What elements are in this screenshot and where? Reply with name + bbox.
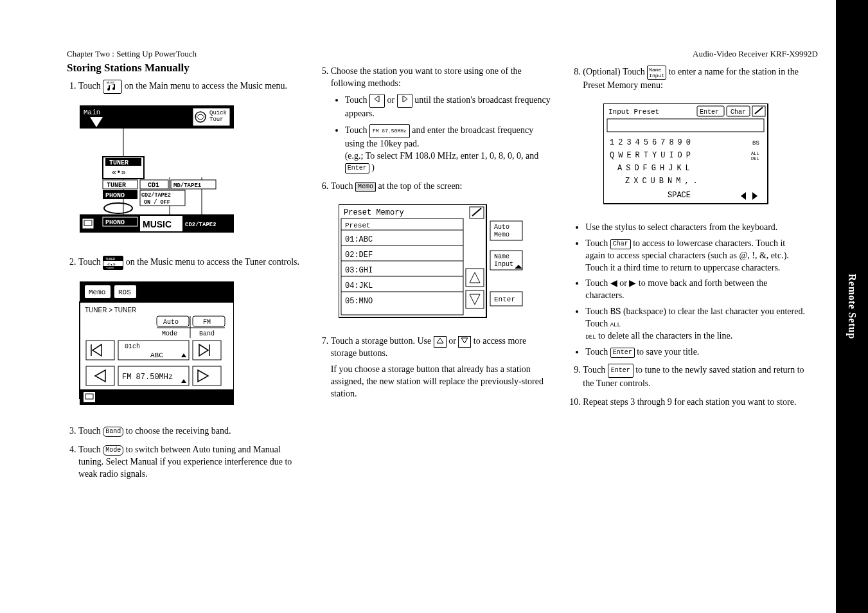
right-arrow-icon [397, 94, 412, 108]
right-caret-icon: ▶ [629, 278, 636, 288]
svg-text:Enter: Enter [494, 296, 515, 303]
svg-text:TUNER: TUNER [107, 182, 126, 189]
figure-input-preset: Input Preset Enter Char 1234567890 BS QW… [603, 103, 770, 206]
figure-main-menu: Main Quick Tour TUNER «•» [67, 105, 234, 240]
svg-point-27 [104, 203, 132, 213]
step-10: Repeat steps 3 through 9 for each statio… [583, 396, 806, 409]
svg-text:Auto: Auto [163, 319, 179, 326]
svg-rect-94 [466, 269, 484, 287]
up-triangle-icon [434, 336, 447, 348]
section-title: Storing Stations Manually [67, 62, 301, 75]
bs-key: BS [610, 306, 621, 317]
header-right: Audio-Video Receiver KRF-X9992D [693, 49, 818, 59]
figure-preset-memory: Preset Memory Preset 01:ABC 02:DEF 03:GH… [339, 204, 531, 320]
svg-marker-76 [375, 96, 379, 102]
svg-text:PHONO: PHONO [105, 192, 125, 199]
svg-text:Auto: Auto [494, 224, 509, 231]
char-button-icon: Char [610, 239, 631, 249]
column-1: Storing Stations Manually Touch MUSIC on… [67, 62, 301, 487]
step-8-bullet-5: Touch Enter to save your title. [585, 346, 806, 359]
svg-text:BS: BS [752, 140, 759, 147]
music-icon: MUSIC [103, 80, 122, 94]
svg-text:CD2/TAPE2: CD2/TAPE2 [185, 222, 217, 228]
mode-button-icon: Mode [103, 445, 123, 456]
header-left: Chapter Two : Setting Up PowerTouch [67, 49, 197, 59]
svg-text:04:JKL: 04:JKL [345, 281, 373, 290]
enter-button-icon: Enter [610, 348, 635, 358]
svg-text:PHONO: PHONO [105, 219, 125, 226]
svg-text:Mode: Mode [162, 330, 177, 337]
svg-text:Preset: Preset [345, 222, 371, 229]
svg-text:MD/TAPE1: MD/TAPE1 [173, 182, 202, 189]
figure-tuner-controls: Memo RDS TUNER > TUNER Auto FM Mode Band [67, 281, 234, 410]
band-button-icon: Band [103, 427, 123, 437]
step-9: Touch Enter to tune to the newly saved s… [583, 364, 806, 390]
side-tab: Remote Setup [836, 0, 868, 613]
svg-rect-71 [193, 366, 221, 386]
svg-text:05:MNO: 05:MNO [345, 297, 373, 306]
step-1: Touch MUSIC on the Main menu to access t… [78, 80, 301, 94]
svg-text:01:ABC: 01:ABC [345, 235, 373, 244]
step-7-note: If you choose a storage button that alre… [331, 364, 544, 398]
step-8-bullet-3: Touch ◀ or ▶ to move back and forth betw… [585, 278, 806, 302]
svg-text:SPACE: SPACE [668, 191, 691, 200]
svg-marker-77 [403, 96, 407, 102]
enter-key-icon: Enter [345, 163, 369, 173]
svg-text:TUNER: TUNER [105, 258, 115, 262]
step-8: (Optional) Touch Name Input to enter a n… [583, 66, 806, 92]
svg-rect-73 [80, 389, 234, 405]
svg-text:ABC: ABC [150, 351, 163, 359]
svg-text:FM 87.50MHz: FM 87.50MHz [122, 373, 173, 382]
svg-text:Input Preset: Input Preset [608, 108, 659, 116]
svg-text:ZXCUBNM,.: ZXCUBNM,. [625, 177, 702, 186]
memo-button-icon: Memo [355, 182, 376, 192]
svg-text:RDS: RDS [118, 289, 131, 296]
svg-text:ON / OFF: ON / OFF [144, 199, 170, 206]
step-6: Touch Memo at the top of the screen: [331, 181, 554, 193]
step-8-bullet-4: Touch BS (backspace) to clear the last c… [585, 306, 806, 342]
svg-text:TUNER: TUNER [106, 267, 114, 269]
svg-text:Quick: Quick [209, 110, 227, 116]
svg-text:Enter: Enter [700, 109, 719, 116]
svg-text:Name: Name [494, 253, 509, 260]
svg-text:TUNER > TUNER: TUNER > TUNER [85, 306, 136, 314]
left-caret-icon: ◀ [610, 278, 617, 288]
svg-text:CD2/TAPE2: CD2/TAPE2 [141, 192, 171, 199]
svg-text:«•»: «•» [112, 168, 126, 177]
svg-marker-108 [461, 338, 468, 343]
side-tab-label: Remote Setup [846, 274, 858, 339]
svg-text:03:GHI: 03:GHI [345, 266, 373, 275]
step-2: Touch TUNER«•»TUNER on the Music menu to… [78, 256, 301, 270]
down-triangle-icon [458, 336, 471, 348]
svg-rect-66 [86, 366, 114, 386]
enter-button-icon-2: Enter [608, 364, 633, 378]
svg-text:ALL: ALL [751, 151, 759, 156]
svg-text:1234567890: 1234567890 [610, 138, 695, 147]
svg-text:Main: Main [84, 109, 100, 116]
svg-rect-117 [607, 119, 764, 132]
step-8-bullet-1: Use the stylus to select characters from… [585, 222, 806, 234]
svg-text:Preset Memory: Preset Memory [344, 208, 404, 217]
svg-text:Band: Band [199, 330, 215, 337]
column-3: (Optional) Touch Name Input to enter a n… [571, 62, 806, 487]
step-4: Touch Mode to switch between Auto tuning… [78, 444, 301, 481]
left-arrow-icon [369, 94, 385, 108]
svg-text:Memo: Memo [89, 289, 105, 296]
svg-text:Memo: Memo [494, 231, 509, 238]
svg-text:CD1: CD1 [148, 182, 159, 189]
tuner-icon: TUNER«•»TUNER [103, 256, 123, 270]
step-7: Touch a storage button. Use or to access… [331, 335, 554, 400]
freq-display-icon: FM 87.50MHz [369, 124, 410, 138]
svg-text:01ch: 01ch [125, 343, 140, 350]
svg-text:Char: Char [731, 109, 746, 116]
svg-text:DEL: DEL [751, 156, 759, 161]
svg-marker-107 [437, 338, 443, 343]
svg-text:QWERTYUIOP: QWERTYUIOP [610, 151, 695, 160]
step-8-bullet-2: Touch Char to access to lowercase charac… [585, 238, 806, 274]
svg-text:Tour: Tour [209, 116, 224, 123]
column-2: Choose the station you want to store usi… [319, 62, 554, 487]
step-5-bullet-2: Touch FM 87.50MHz and enter the broadcas… [345, 124, 554, 175]
name-input-icon: Name Input [647, 66, 666, 80]
svg-text:TUNER: TUNER [109, 159, 128, 166]
svg-text:MUSIC: MUSIC [143, 219, 172, 229]
